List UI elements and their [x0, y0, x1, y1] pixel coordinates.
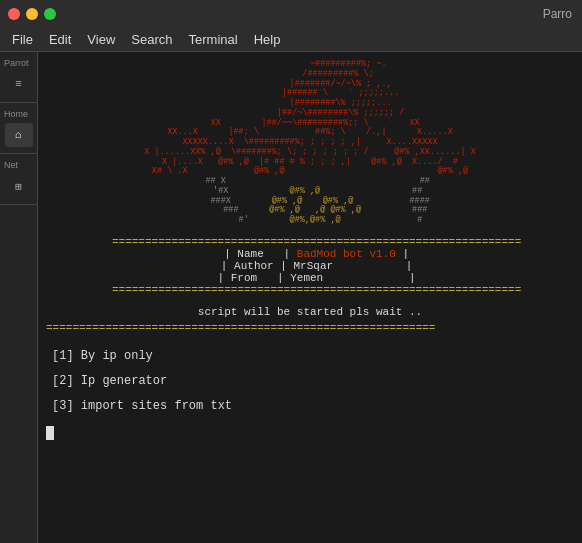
option-1-id: [1]	[52, 349, 74, 363]
option-3-text: import sites from txt	[81, 399, 232, 413]
info-from: Yemen	[290, 272, 323, 284]
sidebar-label-home: Home	[0, 107, 37, 121]
menu-view[interactable]: View	[79, 30, 123, 49]
sidebar-section-home: Home ⌂	[0, 103, 37, 154]
cursor-line	[46, 426, 574, 440]
window-title: Parro	[543, 7, 572, 21]
option-3-id: [3]	[52, 399, 74, 413]
menu-file[interactable]: File	[4, 30, 41, 49]
close-button[interactable]	[8, 8, 20, 20]
ascii-art: ~#########%; ~. /#########% \; |#######/…	[46, 60, 574, 226]
main-layout: Parrot ≡ Home ⌂ Net ⊞ ~#########%; ~. /#…	[0, 52, 582, 543]
menu-search[interactable]: Search	[123, 30, 180, 49]
maximize-button[interactable]	[44, 8, 56, 20]
sidebar: Parrot ≡ Home ⌂ Net ⊞	[0, 52, 38, 543]
menu-options: [1] By ip only [2] Ip generator [3] impo…	[46, 340, 574, 422]
info-name: BadMod bot v1.0	[297, 248, 396, 260]
menu-help[interactable]: Help	[246, 30, 289, 49]
terminal-cursor	[46, 426, 54, 440]
info-box: ========================================…	[46, 236, 574, 296]
menu-bar: File Edit View Search Terminal Help	[0, 28, 582, 52]
sidebar-label-net: Net	[0, 158, 37, 172]
menu-terminal[interactable]: Terminal	[181, 30, 246, 49]
minimize-button[interactable]	[26, 8, 38, 20]
info-author: MrSqar	[294, 260, 334, 272]
menu-edit[interactable]: Edit	[41, 30, 79, 49]
traffic-lights	[8, 8, 56, 20]
menu-option-2: [2] Ip generator	[52, 373, 568, 390]
option-2-id: [2]	[52, 374, 74, 388]
sidebar-section-parrot: Parrot ≡	[0, 52, 37, 103]
title-bar: Parro	[0, 0, 582, 28]
sidebar-home-icon[interactable]: ⌂	[5, 123, 33, 147]
option-1-text: By ip only	[81, 349, 153, 363]
menu-option-1: [1] By ip only	[52, 348, 568, 365]
sidebar-label-parrot: Parrot	[0, 56, 37, 70]
sidebar-section-net: Net ⊞	[0, 154, 37, 205]
separator-top: ========================================…	[46, 322, 574, 334]
option-2-text: Ip generator	[81, 374, 167, 388]
script-message: script will be started pls wait ..	[46, 306, 574, 318]
sidebar-net-icon[interactable]: ⊞	[5, 174, 33, 198]
sidebar-menu-icon[interactable]: ≡	[5, 72, 33, 96]
terminal-content[interactable]: ~#########%; ~. /#########% \; |#######/…	[38, 52, 582, 543]
menu-option-3: [3] import sites from txt	[52, 398, 568, 415]
